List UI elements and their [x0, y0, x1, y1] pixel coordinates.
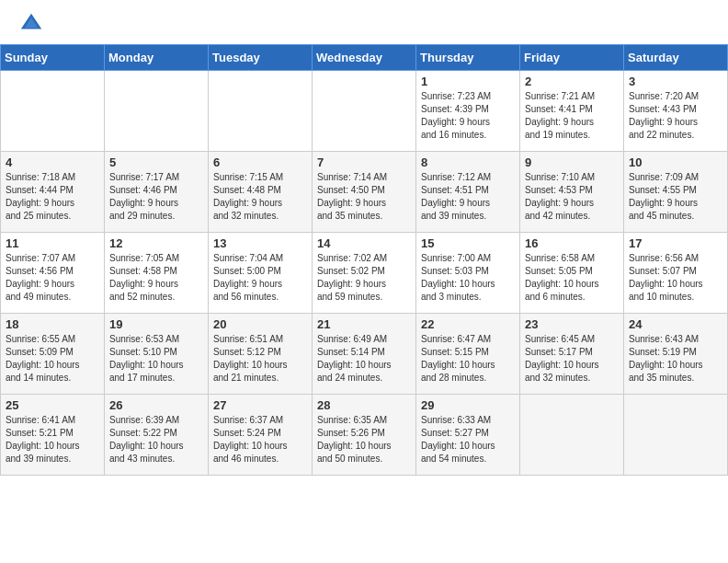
day-number: 6	[213, 155, 307, 169]
calendar-cell	[1, 71, 105, 152]
day-info: Sunrise: 6:58 AM Sunset: 5:05 PM Dayligh…	[525, 252, 619, 304]
day-number: 16	[525, 236, 619, 250]
weekday-header-monday: Monday	[105, 45, 209, 71]
day-number: 9	[525, 155, 619, 169]
day-number: 10	[629, 155, 722, 169]
day-info: Sunrise: 7:20 AM Sunset: 4:43 PM Dayligh…	[629, 90, 722, 142]
weekday-header-row: SundayMondayTuesdayWednesdayThursdayFrid…	[1, 45, 728, 71]
day-info: Sunrise: 7:12 AM Sunset: 4:51 PM Dayligh…	[421, 171, 515, 223]
calendar-cell: 9Sunrise: 7:10 AM Sunset: 4:53 PM Daylig…	[520, 152, 624, 233]
day-info: Sunrise: 7:10 AM Sunset: 4:53 PM Dayligh…	[525, 171, 619, 223]
day-info: Sunrise: 6:51 AM Sunset: 5:12 PM Dayligh…	[213, 333, 307, 385]
calendar-cell: 13Sunrise: 7:04 AM Sunset: 5:00 PM Dayli…	[209, 233, 313, 314]
day-number: 26	[109, 398, 203, 412]
logo	[18, 11, 48, 37]
day-info: Sunrise: 7:21 AM Sunset: 4:41 PM Dayligh…	[525, 90, 619, 142]
calendar-cell: 2Sunrise: 7:21 AM Sunset: 4:41 PM Daylig…	[520, 71, 624, 152]
calendar-cell: 29Sunrise: 6:33 AM Sunset: 5:27 PM Dayli…	[416, 395, 520, 476]
day-number: 25	[6, 398, 99, 412]
day-number: 28	[317, 398, 411, 412]
calendar-week-row: 25Sunrise: 6:41 AM Sunset: 5:21 PM Dayli…	[1, 395, 728, 476]
calendar-cell: 17Sunrise: 6:56 AM Sunset: 5:07 PM Dayli…	[624, 233, 728, 314]
day-info: Sunrise: 6:39 AM Sunset: 5:22 PM Dayligh…	[109, 414, 203, 465]
day-number: 14	[317, 236, 411, 250]
calendar-cell: 12Sunrise: 7:05 AM Sunset: 4:58 PM Dayli…	[105, 233, 209, 314]
calendar-cell: 21Sunrise: 6:49 AM Sunset: 5:14 PM Dayli…	[313, 314, 416, 395]
calendar-week-row: 4Sunrise: 7:18 AM Sunset: 4:44 PM Daylig…	[1, 152, 728, 233]
day-number: 8	[421, 155, 515, 169]
day-number: 5	[109, 155, 203, 169]
day-info: Sunrise: 6:33 AM Sunset: 5:27 PM Dayligh…	[421, 414, 515, 465]
day-number: 20	[213, 317, 307, 331]
day-info: Sunrise: 6:43 AM Sunset: 5:19 PM Dayligh…	[629, 333, 722, 385]
day-number: 19	[109, 317, 203, 331]
calendar-cell	[209, 71, 313, 152]
calendar-cell: 10Sunrise: 7:09 AM Sunset: 4:55 PM Dayli…	[624, 152, 728, 233]
day-info: Sunrise: 7:05 AM Sunset: 4:58 PM Dayligh…	[109, 252, 203, 304]
day-number: 13	[213, 236, 307, 250]
day-number: 1	[421, 75, 515, 88]
weekday-header-friday: Friday	[520, 45, 624, 71]
day-info: Sunrise: 7:14 AM Sunset: 4:50 PM Dayligh…	[317, 171, 411, 223]
day-number: 7	[317, 155, 411, 169]
day-info: Sunrise: 7:17 AM Sunset: 4:46 PM Dayligh…	[109, 171, 203, 223]
calendar-cell: 24Sunrise: 6:43 AM Sunset: 5:19 PM Dayli…	[624, 314, 728, 395]
day-info: Sunrise: 7:09 AM Sunset: 4:55 PM Dayligh…	[629, 171, 722, 223]
day-info: Sunrise: 6:53 AM Sunset: 5:10 PM Dayligh…	[109, 333, 203, 385]
weekday-header-thursday: Thursday	[416, 45, 520, 71]
day-info: Sunrise: 7:07 AM Sunset: 4:56 PM Dayligh…	[6, 252, 99, 304]
calendar-cell: 28Sunrise: 6:35 AM Sunset: 5:26 PM Dayli…	[313, 395, 416, 476]
page-header	[0, 0, 728, 44]
day-number: 23	[525, 317, 619, 331]
day-number: 27	[213, 398, 307, 412]
calendar-cell: 1Sunrise: 7:23 AM Sunset: 4:39 PM Daylig…	[416, 71, 520, 152]
day-number: 29	[421, 398, 515, 412]
day-info: Sunrise: 7:02 AM Sunset: 5:02 PM Dayligh…	[317, 252, 411, 304]
calendar-cell: 3Sunrise: 7:20 AM Sunset: 4:43 PM Daylig…	[624, 71, 728, 152]
day-number: 2	[525, 75, 619, 88]
day-info: Sunrise: 6:56 AM Sunset: 5:07 PM Dayligh…	[629, 252, 722, 304]
day-number: 21	[317, 317, 411, 331]
calendar-cell: 22Sunrise: 6:47 AM Sunset: 5:15 PM Dayli…	[416, 314, 520, 395]
day-number: 24	[629, 317, 722, 331]
calendar-cell: 6Sunrise: 7:15 AM Sunset: 4:48 PM Daylig…	[209, 152, 313, 233]
calendar-week-row: 11Sunrise: 7:07 AM Sunset: 4:56 PM Dayli…	[1, 233, 728, 314]
calendar-cell	[624, 395, 728, 476]
weekday-header-saturday: Saturday	[624, 45, 728, 71]
day-info: Sunrise: 6:49 AM Sunset: 5:14 PM Dayligh…	[317, 333, 411, 385]
calendar-cell: 14Sunrise: 7:02 AM Sunset: 5:02 PM Dayli…	[313, 233, 416, 314]
calendar-cell	[520, 395, 624, 476]
calendar-week-row: 18Sunrise: 6:55 AM Sunset: 5:09 PM Dayli…	[1, 314, 728, 395]
day-number: 3	[629, 75, 722, 88]
day-info: Sunrise: 6:41 AM Sunset: 5:21 PM Dayligh…	[6, 414, 99, 465]
calendar-week-row: 1Sunrise: 7:23 AM Sunset: 4:39 PM Daylig…	[1, 71, 728, 152]
weekday-header-sunday: Sunday	[1, 45, 105, 71]
calendar-cell: 25Sunrise: 6:41 AM Sunset: 5:21 PM Dayli…	[1, 395, 105, 476]
logo-icon	[18, 11, 44, 37]
day-number: 11	[6, 236, 99, 250]
calendar-cell: 20Sunrise: 6:51 AM Sunset: 5:12 PM Dayli…	[209, 314, 313, 395]
calendar-cell: 23Sunrise: 6:45 AM Sunset: 5:17 PM Dayli…	[520, 314, 624, 395]
calendar-cell: 27Sunrise: 6:37 AM Sunset: 5:24 PM Dayli…	[209, 395, 313, 476]
day-info: Sunrise: 6:35 AM Sunset: 5:26 PM Dayligh…	[317, 414, 411, 465]
calendar-cell: 11Sunrise: 7:07 AM Sunset: 4:56 PM Dayli…	[1, 233, 105, 314]
calendar-cell	[313, 71, 416, 152]
weekday-header-wednesday: Wednesday	[313, 45, 416, 71]
calendar-cell: 4Sunrise: 7:18 AM Sunset: 4:44 PM Daylig…	[1, 152, 105, 233]
day-number: 4	[6, 155, 99, 169]
calendar-cell: 19Sunrise: 6:53 AM Sunset: 5:10 PM Dayli…	[105, 314, 209, 395]
weekday-header-tuesday: Tuesday	[209, 45, 313, 71]
day-number: 18	[6, 317, 99, 331]
day-info: Sunrise: 7:23 AM Sunset: 4:39 PM Dayligh…	[421, 90, 515, 142]
day-info: Sunrise: 6:37 AM Sunset: 5:24 PM Dayligh…	[213, 414, 307, 465]
calendar-cell: 8Sunrise: 7:12 AM Sunset: 4:51 PM Daylig…	[416, 152, 520, 233]
calendar-cell: 16Sunrise: 6:58 AM Sunset: 5:05 PM Dayli…	[520, 233, 624, 314]
day-info: Sunrise: 7:04 AM Sunset: 5:00 PM Dayligh…	[213, 252, 307, 304]
day-info: Sunrise: 6:55 AM Sunset: 5:09 PM Dayligh…	[6, 333, 99, 385]
day-info: Sunrise: 7:00 AM Sunset: 5:03 PM Dayligh…	[421, 252, 515, 304]
calendar-cell: 18Sunrise: 6:55 AM Sunset: 5:09 PM Dayli…	[1, 314, 105, 395]
day-info: Sunrise: 6:47 AM Sunset: 5:15 PM Dayligh…	[421, 333, 515, 385]
calendar-cell: 7Sunrise: 7:14 AM Sunset: 4:50 PM Daylig…	[313, 152, 416, 233]
day-number: 12	[109, 236, 203, 250]
day-info: Sunrise: 6:45 AM Sunset: 5:17 PM Dayligh…	[525, 333, 619, 385]
